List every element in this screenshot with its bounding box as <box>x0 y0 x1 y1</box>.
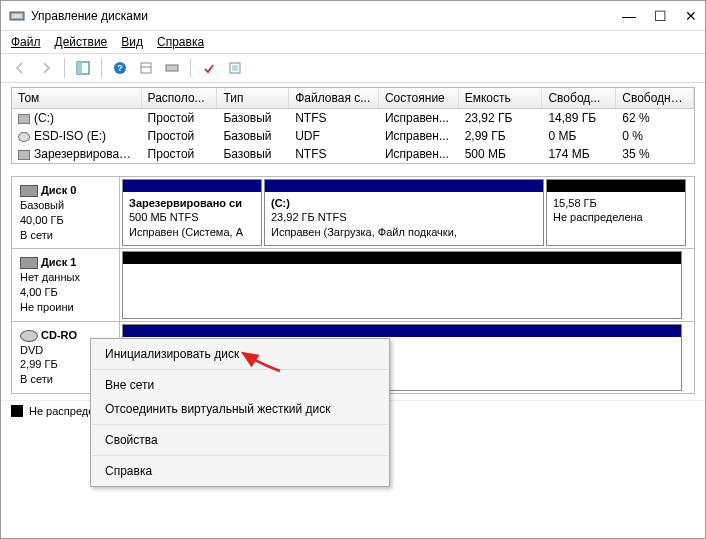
col-layout[interactable]: Располо... <box>142 88 218 108</box>
forward-button <box>35 57 57 79</box>
help-button[interactable]: ? <box>109 57 131 79</box>
table-row[interactable]: ESD-ISO (E:)ПростойБазовыйUDFИсправен...… <box>12 127 694 145</box>
toolbar-btn-4[interactable] <box>198 57 220 79</box>
disk-partitions <box>120 249 694 320</box>
table-row[interactable]: Зарезервировано...ПростойБазовыйNTFSИспр… <box>12 145 694 163</box>
partition[interactable]: 15,58 ГБНе распределена <box>546 179 686 246</box>
close-button[interactable]: ✕ <box>685 8 697 24</box>
menu-view[interactable]: Вид <box>121 35 143 49</box>
col-volume[interactable]: Том <box>12 88 142 108</box>
col-free[interactable]: Свобод... <box>542 88 616 108</box>
disk-icon <box>20 330 38 342</box>
partition[interactable]: (C:)23,92 ГБ NTFSИсправен (Загрузка, Фай… <box>264 179 544 246</box>
col-type[interactable]: Тип <box>217 88 289 108</box>
toolbar-btn-3[interactable] <box>161 57 183 79</box>
volume-icon <box>18 132 30 142</box>
volume-icon <box>18 114 30 124</box>
col-fs[interactable]: Файловая с... <box>289 88 379 108</box>
app-icon <box>9 8 25 24</box>
svg-rect-1 <box>12 14 22 18</box>
svg-rect-8 <box>166 65 178 71</box>
table-row[interactable]: (C:)ПростойБазовыйNTFSИсправен...23,92 Г… <box>12 109 694 127</box>
menu-initialize-disk[interactable]: Инициализировать диск <box>91 342 389 366</box>
menu-properties[interactable]: Свойства <box>91 428 389 452</box>
svg-rect-3 <box>77 62 82 74</box>
menu-file[interactable]: Файл <box>11 35 41 49</box>
window-controls: — ☐ ✕ <box>622 8 697 24</box>
svg-rect-6 <box>141 63 151 73</box>
svg-text:?: ? <box>117 63 123 73</box>
toolbar-btn-2[interactable] <box>135 57 157 79</box>
disk-info[interactable]: Диск 0Базовый40,00 ГБВ сети <box>12 177 120 248</box>
titlebar: Управление дисками — ☐ ✕ <box>1 1 705 31</box>
minimize-button[interactable]: — <box>622 8 636 24</box>
disk-info[interactable]: Диск 1Нет данных4,00 ГБНе проини <box>12 249 120 320</box>
col-capacity[interactable]: Емкость <box>459 88 543 108</box>
volume-icon <box>18 150 30 160</box>
context-menu: Инициализировать диск Вне сети Отсоедини… <box>90 338 390 487</box>
disk-partitions: Зарезервировано си500 МБ NTFSИсправен (С… <box>120 177 694 248</box>
disk-row: Диск 0Базовый40,00 ГБВ сетиЗарезервирова… <box>12 177 694 249</box>
back-button <box>9 57 31 79</box>
table-header: Том Располо... Тип Файловая с... Состоян… <box>12 88 694 109</box>
menubar: Файл Действие Вид Справка <box>1 31 705 53</box>
maximize-button[interactable]: ☐ <box>654 8 667 24</box>
disk-icon <box>20 257 38 269</box>
toolbar-btn-5[interactable] <box>224 57 246 79</box>
window-title: Управление дисками <box>31 9 622 23</box>
menu-action[interactable]: Действие <box>55 35 108 49</box>
col-pct[interactable]: Свободно % <box>616 88 694 108</box>
disk-icon <box>20 185 38 197</box>
col-status[interactable]: Состояние <box>379 88 459 108</box>
menu-offline[interactable]: Вне сети <box>91 373 389 397</box>
partition[interactable]: Зарезервировано си500 МБ NTFSИсправен (С… <box>122 179 262 246</box>
toolbar: ? <box>1 53 705 83</box>
menu-help[interactable]: Справка <box>91 459 389 483</box>
toolbar-btn-1[interactable] <box>72 57 94 79</box>
volume-table: Том Располо... Тип Файловая с... Состоян… <box>11 87 695 164</box>
menu-detach-vhd[interactable]: Отсоединить виртуальный жесткий диск <box>91 397 389 421</box>
svg-rect-10 <box>232 65 238 71</box>
menu-help[interactable]: Справка <box>157 35 204 49</box>
disk-row: Диск 1Нет данных4,00 ГБНе проини <box>12 249 694 321</box>
partition[interactable] <box>122 251 682 318</box>
legend-swatch-unallocated <box>11 405 23 417</box>
